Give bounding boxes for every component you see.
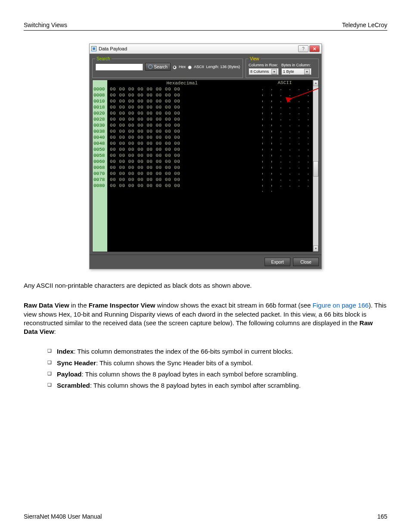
hex-radio-label: Hex (179, 65, 186, 69)
footer-right: 165 (377, 513, 387, 520)
ascii-radio[interactable] (188, 65, 192, 69)
bytes-in-col-label: Bytes in Column: (281, 63, 311, 67)
vertical-scrollbar[interactable]: ▲ ▼ (313, 80, 318, 252)
hex-column: Hexadecimal 00 00 00 00 00 00 00 0000 00… (107, 80, 257, 252)
hex-row: 00 00 00 00 00 00 00 00 (110, 159, 257, 165)
hex-row: 00 00 00 00 00 00 00 00 (110, 98, 257, 104)
search-legend: Search (95, 56, 112, 61)
paragraph-2: Raw Data View in the Frame Inspector Vie… (24, 301, 387, 336)
hex-row: 00 00 00 00 00 00 00 00 (110, 134, 257, 140)
offset-cell: 0048 (93, 140, 107, 146)
list-item: Sync Header: This column shows the Sync … (47, 359, 387, 367)
ascii-row: . . . . . . . . (261, 171, 313, 177)
offset-cell: 0060 (93, 159, 107, 165)
hex-row: 00 00 00 00 00 00 00 00 (110, 165, 257, 171)
ascii-row: . . . . . . . . (261, 134, 313, 140)
ascii-row: . . . . . . . . (261, 128, 313, 134)
length-label: Length: 136 (Bytes) (206, 65, 240, 69)
export-button[interactable]: Export (265, 258, 290, 266)
list-item: Scrambled: This column shows the 8 paylo… (47, 381, 387, 390)
search-group: Search Search Hex ASCII Length: 136 (Byt… (92, 56, 243, 78)
ascii-row: . . . . . . . . (261, 122, 313, 128)
offset-cell: 0028 (93, 116, 107, 122)
scroll-up-icon[interactable]: ▲ (313, 80, 318, 86)
ascii-row: . . . . . . . . (261, 110, 313, 116)
ascii-row: . . . . . . . . (261, 116, 313, 122)
close-button[interactable]: Close (293, 258, 319, 266)
hex-row: 00 00 00 00 00 00 00 00 (110, 116, 257, 122)
view-group: View Columns in Row: 8 Columns▼ Bytes in… (246, 56, 319, 78)
offset-cell: 0038 (93, 128, 107, 134)
cols-in-row-label: Columns in Row: (249, 63, 279, 67)
offset-cell: 0010 (93, 98, 107, 104)
hex-row: 00 00 00 00 00 00 00 00 (110, 140, 257, 146)
hex-row: 00 00 00 00 00 00 00 00 (110, 104, 257, 110)
help-button[interactable]: ? (298, 45, 308, 52)
offset-cell: 0018 (93, 104, 107, 110)
offset-cell: 0020 (93, 110, 107, 116)
column-list: Index: This column demonstrates the inde… (24, 347, 387, 390)
ascii-column: ASCII . . . . . . . .. . . . . . . .. . … (257, 80, 313, 252)
hex-row: 00 00 00 00 00 00 00 00 (110, 171, 257, 177)
hex-row: 00 00 00 00 00 00 00 00 (110, 92, 257, 98)
data-payload-dialog: Data Payload ? ✕ Search Search Hex ASCII… (89, 44, 322, 269)
offset-gutter: 0000000800100018002000280030003800400048… (93, 80, 107, 252)
offset-cell: 0008 (93, 92, 107, 98)
search-button[interactable]: Search (145, 63, 171, 71)
scroll-down-icon[interactable]: ▼ (313, 246, 318, 252)
hex-row: 00 00 00 00 00 00 00 00 (110, 110, 257, 116)
hex-row: 00 00 00 00 00 00 00 00 (110, 128, 257, 134)
list-item: Payload: This column shows the 8 payload… (47, 370, 387, 379)
header-right: Teledyne LeCroy (342, 22, 387, 28)
ascii-row: . . . . . . . . (261, 165, 313, 171)
hex-viewer: 0000000800100018002000280030003800400048… (92, 80, 319, 252)
scroll-thumb[interactable] (313, 161, 318, 177)
page-header: Switching Views Teledyne LeCroy (24, 22, 387, 31)
figure-link[interactable]: Figure on page 166 (313, 302, 369, 309)
ascii-column-header: ASCII (257, 80, 313, 86)
page-footer: SierraNet M408 User Manual 165 (24, 513, 387, 520)
search-input[interactable] (95, 63, 143, 71)
hex-row: 00 00 00 00 00 00 00 00 (110, 122, 257, 128)
dialog-title: Data Payload (99, 46, 298, 51)
ascii-row: . . . . . . . . (261, 146, 313, 152)
ascii-row: . . . . . . . . (261, 98, 313, 104)
hex-row: 00 00 00 00 00 00 00 00 (110, 152, 257, 159)
header-left: Switching Views (24, 22, 67, 28)
ascii-row: . . . . . . . . (261, 140, 313, 146)
offset-cell: 0070 (93, 171, 107, 177)
offset-cell: 0078 (93, 177, 107, 183)
ascii-radio-label: ASCII (194, 65, 204, 69)
offset-cell: 0000 (93, 86, 107, 92)
offset-cell: 0068 (93, 165, 107, 171)
app-icon (91, 46, 97, 51)
offset-cell: 0050 (93, 146, 107, 152)
list-item: Index: This column demonstrates the inde… (47, 347, 387, 356)
hex-row: 00 00 00 00 00 00 00 00 (110, 86, 257, 92)
offset-cell: 0080 (93, 183, 107, 189)
ascii-row: . . . . . . . . (261, 86, 313, 92)
view-legend: View (249, 56, 261, 61)
hex-row: 00 00 00 00 00 00 00 00 (110, 146, 257, 152)
ascii-row: . . . . . . . . (261, 152, 313, 159)
ascii-row: . . . . . . . . (261, 177, 313, 183)
hex-row: 00 00 00 00 00 00 00 00 (110, 177, 257, 183)
search-icon (148, 65, 153, 69)
cols-in-row-select[interactable]: 8 Columns▼ (249, 68, 279, 75)
chevron-down-icon: ▼ (271, 69, 277, 75)
hex-column-header: Hexadecimal (107, 80, 257, 86)
offset-cell: 0058 (93, 152, 107, 159)
close-x-button[interactable]: ✕ (309, 45, 320, 52)
ascii-row: . . . . . . . . (261, 92, 313, 98)
hex-radio[interactable] (173, 65, 177, 69)
footer-left: SierraNet M408 User Manual (24, 513, 102, 520)
ascii-row: . . . . . . . . (261, 104, 313, 110)
dialog-titlebar: Data Payload ? ✕ (90, 44, 321, 54)
chevron-down-icon: ▼ (304, 69, 310, 75)
hex-row: 00 00 00 00 00 00 00 00 (110, 183, 257, 189)
paragraph-1: Any ASCII non-printable characters are d… (24, 281, 387, 290)
ascii-row: . . . . . . . . (261, 159, 313, 165)
bytes-in-col-select[interactable]: 1 Byte▼ (281, 68, 311, 75)
offset-cell: 0040 (93, 134, 107, 140)
offset-cell: 0030 (93, 122, 107, 128)
